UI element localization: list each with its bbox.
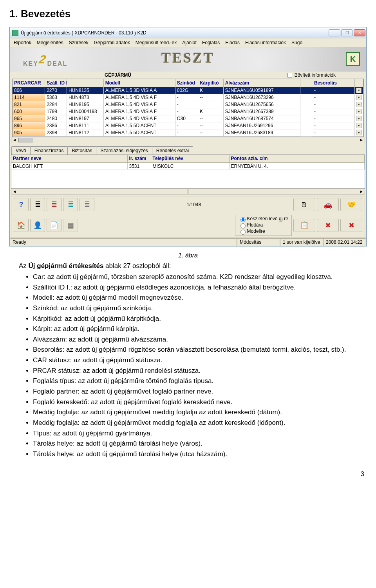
- subgrid-header[interactable]: Partner neve: [11, 155, 127, 163]
- menu-item[interactable]: Szűrések: [69, 40, 89, 45]
- table-row[interactable]: BALOGH KFT.3531MISKOLCERNYEBÁN U. 4.: [11, 163, 365, 170]
- tab[interactable]: Finanszírozás: [30, 146, 68, 155]
- vehicle-grid-container: PRCARCARSzáll. ID I.ModellSzínkódKárpitk…: [11, 79, 365, 137]
- table-row[interactable]: 9652480HUN8197ALMERA 1,5 4D VISIA FC30--…: [13, 115, 363, 122]
- menu-item[interactable]: Megjelenítés: [37, 40, 63, 45]
- list1-button[interactable]: ≣: [30, 198, 45, 211]
- list2-button[interactable]: ≣: [47, 198, 61, 211]
- grid-header[interactable]: Kárpitkó: [198, 79, 223, 87]
- subgrid-header[interactable]: Pontos szla. cím: [229, 155, 365, 163]
- spec-button[interactable]: 📋: [293, 219, 315, 232]
- row-dropdown-icon[interactable]: ▾: [356, 123, 362, 128]
- row-dropdown-icon[interactable]: ▾: [356, 116, 362, 121]
- toolbar-top: ? ≣ ≣ ≣ ≣ 1/1048 🗎 🚗 🤝: [11, 196, 365, 213]
- grid-header[interactable]: Száll. ID I.: [45, 79, 67, 87]
- grid-title: GÉPJÁRMŰ: [105, 72, 131, 78]
- list-item: Kárpitkód: az adott új gépjármű kárpitkó…: [33, 314, 367, 324]
- list-item: Foglalás típus: az adott új gépjárműre t…: [33, 376, 367, 386]
- status-selection: 1 sor van kijelölve: [280, 238, 323, 246]
- help-button[interactable]: ?: [14, 198, 29, 211]
- grid-header[interactable]: Alvázszám: [223, 79, 300, 87]
- report-button[interactable]: 📄: [47, 219, 61, 232]
- list-item: Típus: az adott új gépjármű gyártmánya.: [33, 429, 367, 439]
- car-button[interactable]: 🚗: [317, 198, 339, 211]
- grid-header[interactable]: [300, 79, 313, 87]
- grid-header[interactable]: [67, 79, 103, 87]
- extended-info-label: Bővített információk: [295, 72, 366, 78]
- grid-header[interactable]: Színkód: [175, 79, 198, 87]
- menu-item[interactable]: Eladás: [225, 40, 240, 45]
- grid-header[interactable]: [354, 79, 363, 87]
- tab[interactable]: Biztosítás: [67, 146, 96, 155]
- row-dropdown-icon[interactable]: ▾: [356, 95, 362, 100]
- vehicle-grid[interactable]: PRCARCARSzáll. ID I.ModellSzínkódKárpitk…: [13, 79, 363, 137]
- intro-paragraph: Az Új gépjármű értékesítés ablak 27 oszl…: [19, 262, 367, 270]
- app-icon: [12, 30, 18, 36]
- status-timestamp: 2008.02.01 14:22: [323, 238, 366, 246]
- handshake-button[interactable]: 🤝: [340, 198, 362, 211]
- extended-info-checkbox[interactable]: [287, 73, 292, 77]
- menu-item[interactable]: Ajánlat: [182, 40, 197, 45]
- subgrid-hscrollbar[interactable]: ◄►: [11, 188, 365, 194]
- table-row[interactable]: 8962386HUN8111ALMERA 1,5 5D ACENT---SJNF…: [13, 122, 363, 129]
- menu-item[interactable]: Foglalás: [202, 40, 220, 45]
- table-row[interactable]: 9052398HUN8112ALMERA 1,5 5D ACENT---SJNF…: [13, 129, 363, 136]
- menu-item[interactable]: Súgó: [291, 40, 302, 45]
- subgrid-header[interactable]: Ir. szám: [127, 155, 151, 163]
- cancel-x-button[interactable]: ✖: [317, 219, 339, 232]
- list-item: Foglaló kereskedő: az adott új gépjárműv…: [33, 397, 367, 407]
- menubar: RiportokMegjelenítésSzűrésekGépjármű ada…: [10, 38, 366, 47]
- list-item: Foglaló partner: az adott új gépjárművet…: [33, 387, 367, 397]
- list-item: Tárolás helye: az adott új gépjármű táro…: [33, 450, 367, 459]
- list-item: CAR státusz: az adott új gépjármű státus…: [33, 356, 367, 365]
- user-button[interactable]: 👤: [30, 219, 45, 232]
- tab[interactable]: Számlázási előjegyzés: [96, 146, 152, 155]
- grid-header[interactable]: PRCARCAR: [13, 79, 45, 87]
- filter-radio[interactable]: Készleten lévő gj-re: [239, 216, 288, 222]
- row-dropdown-icon[interactable]: ▾: [356, 109, 362, 114]
- row-dropdown-icon[interactable]: ▾: [356, 130, 362, 135]
- table-row[interactable]: 8062270HUN8135ALMERA 1,5 3D VISIA A002GK…: [13, 87, 363, 94]
- filter-radio[interactable]: Flottára: [239, 222, 288, 228]
- brand-logo: KEY2DEAL: [23, 55, 67, 68]
- table-row[interactable]: 6001798HUN0004193ALMERA 1,5 4D VISIA F-K…: [13, 108, 363, 115]
- list-item: Szállítói ID I.: az adott új gépjármű el…: [33, 283, 367, 293]
- grid-hscrollbar[interactable]: ◄►: [11, 137, 365, 143]
- list-item: Színkód: az adott új gépjármű színkódja.: [33, 304, 367, 313]
- table-row[interactable]: 11145363HUN4873ALMERA 1,5 4D VISIA F---S…: [13, 94, 363, 101]
- cancel-x2-button[interactable]: ✖: [340, 219, 362, 232]
- watermark: TESZT: [161, 50, 215, 66]
- customer-grid[interactable]: Partner neveIr. számTelepülés névPontos …: [11, 155, 365, 170]
- close-button[interactable]: ✕: [354, 29, 365, 36]
- doc-button[interactable]: 🗎: [293, 198, 315, 211]
- list-item: Car: az adott új gépjármű, törzsben szer…: [33, 272, 367, 282]
- menu-item[interactable]: Gépjármű adatok: [94, 40, 130, 45]
- filter-radio[interactable]: Modellre: [239, 228, 288, 235]
- menu-item[interactable]: Riportok: [14, 40, 31, 45]
- customer-tab-pane: Partner neveIr. számTelepülés névPontos …: [11, 155, 365, 189]
- garage-button[interactable]: 🏠: [14, 219, 29, 232]
- disabled-button: ▦: [63, 219, 78, 232]
- list-item: Modell: az adott új gépjármű modell megn…: [33, 293, 367, 303]
- app-window: Új gépjármű értékesítés ( XDPCARNORDER -…: [9, 27, 367, 246]
- subgrid-header[interactable]: Település név: [151, 155, 229, 163]
- list4-button[interactable]: ≣: [80, 198, 94, 211]
- minimize-button[interactable]: —: [329, 29, 340, 36]
- menu-item[interactable]: Meghiúsult rend.-ek: [136, 40, 177, 45]
- list-item: Tárolás helye: az adott új gépjármű táro…: [33, 439, 367, 449]
- table-row[interactable]: 8212284HUN8195ALMERA 1,5 4D VISIA F-SJNB…: [13, 101, 363, 108]
- record-counter: 1/1048: [96, 202, 292, 207]
- grid-header[interactable]: Besorolás: [313, 79, 354, 87]
- tab[interactable]: Vevő: [11, 146, 31, 155]
- list-item: Kárpit: az adott új gépjármű kárpitja.: [33, 324, 367, 334]
- tab[interactable]: Rendelés extrái: [152, 146, 193, 155]
- filter-radio-group: Készleten lévő gj-reFlottáraModellre: [235, 215, 292, 236]
- banner: KEY2DEAL TESZT: [10, 47, 366, 72]
- grid-header[interactable]: Modell: [103, 79, 175, 87]
- menu-item[interactable]: Eladási információk: [245, 40, 286, 45]
- maximize-button[interactable]: ☐: [341, 29, 353, 36]
- row-dropdown-icon[interactable]: ▾: [356, 88, 362, 93]
- list3-button[interactable]: ≣: [63, 198, 78, 211]
- titlebar: Új gépjármű értékesítés ( XDPCARNORDER -…: [10, 27, 366, 38]
- row-dropdown-icon[interactable]: ▾: [356, 102, 362, 107]
